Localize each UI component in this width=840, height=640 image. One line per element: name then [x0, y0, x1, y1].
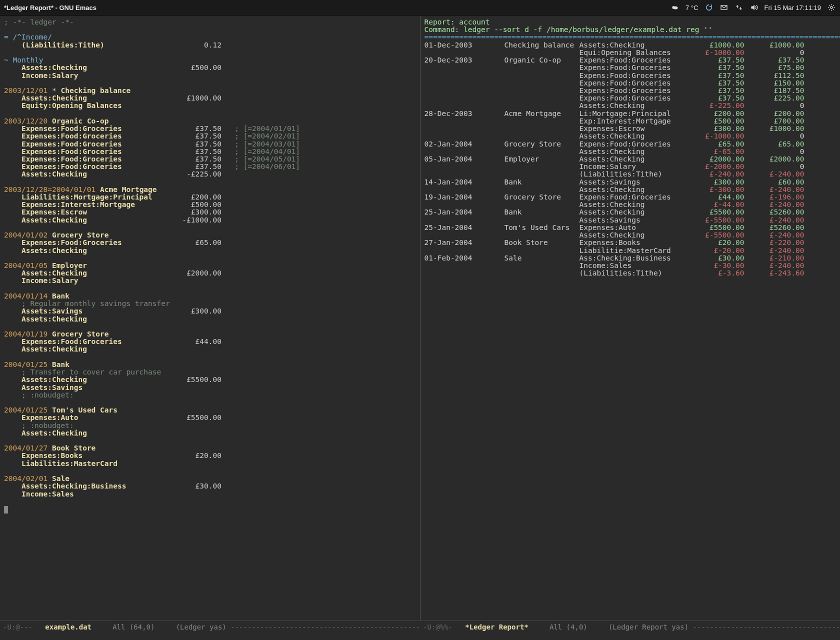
source-line[interactable]: Expenses:Food:Groceries£37.50 ; [=2004/0… — [4, 125, 417, 132]
source-line[interactable]: Assets:Checking — [4, 316, 417, 323]
source-line[interactable]: Assets:Savings — [4, 384, 417, 392]
report-row[interactable]: 25-Jan-2004BankAssets:Checking£5500.00£5… — [424, 208, 838, 216]
report-row[interactable]: 25-Jan-2004Tom's Used CarsExpenses:Auto£… — [424, 224, 838, 232]
source-line[interactable]: Expenses:Food:Groceries£37.50 ; [=2004/0… — [4, 156, 417, 163]
refresh-icon[interactable] — [704, 3, 714, 12]
source-line[interactable]: 2004/01/02 Grocery Store — [4, 232, 417, 239]
source-line[interactable]: Liabilities:MasterCard — [4, 460, 417, 468]
report-row[interactable]: (Liabilities:Tithe)£-240.00£-240.00 — [424, 170, 838, 178]
source-line[interactable]: 2004/02/01 Sale — [4, 475, 417, 482]
report-row[interactable]: Assets:Checking£-65.000 — [424, 148, 838, 156]
source-line[interactable]: Assets:Checking — [4, 247, 417, 254]
report-row[interactable]: Expens:Food:Groceries£37.50£225.00 — [424, 94, 838, 102]
source-line[interactable]: ; :nobudget: — [4, 422, 417, 430]
report-row[interactable]: 02-Jan-2004Grocery StoreExpens:Food:Groc… — [424, 140, 838, 148]
report-command[interactable]: Command: ledger --sort d -f /home/borbus… — [424, 26, 838, 34]
volume-icon[interactable] — [750, 3, 758, 12]
report-row[interactable]: 27-Jan-2004Book StoreExpenses:Books£20.0… — [424, 239, 838, 246]
right-buffer-ledger-report[interactable]: Report: accountCommand: ledger --sort d … — [420, 16, 840, 620]
report-row[interactable]: Expens:Food:Groceries£37.50£112.50 — [424, 72, 838, 80]
report-row[interactable]: Expens:Food:Groceries£37.50£187.50 — [424, 87, 838, 94]
source-line[interactable]: ; Regular monthly savings transfer — [4, 300, 417, 308]
source-line[interactable]: 2003/12/01 * Checking balance — [4, 87, 417, 94]
source-line[interactable]: Expenses:Auto£5500.00 — [4, 414, 417, 422]
report-row[interactable]: Liabilitie:MasterCard£-20.00£-240.00 — [424, 247, 838, 254]
source-line[interactable]: Expenses:Food:Groceries£37.50 ; [=2004/0… — [4, 140, 417, 148]
source-line[interactable]: Assets:Checking£2000.00 — [4, 270, 417, 277]
source-line[interactable] — [4, 178, 417, 186]
settings-icon[interactable] — [827, 3, 836, 12]
report-row[interactable]: Assets:Checking£-44.00£-240.00 — [424, 201, 838, 208]
source-line[interactable]: (Liabilities:Tithe)0.12 — [4, 42, 417, 49]
source-line[interactable]: Liabilities:Mortgage:Principal£200.00 — [4, 194, 417, 201]
source-line[interactable]: 2004/01/05 Employer — [4, 262, 417, 270]
report-row[interactable]: Assets:Savings£-5500.00£-240.00 — [424, 216, 838, 224]
source-line[interactable]: Expenses:Food:Groceries£44.00 — [4, 338, 417, 346]
source-line[interactable] — [4, 468, 417, 475]
source-line[interactable]: Assets:Checking£500.00 — [4, 64, 417, 72]
source-line[interactable]: Assets:Savings£300.00 — [4, 308, 417, 315]
report-row[interactable]: Income:Salary£-2000.000 — [424, 163, 838, 170]
source-line[interactable] — [4, 26, 417, 34]
report-row[interactable]: Assets:Checking£-225.000 — [424, 102, 838, 110]
source-line[interactable]: 2004/01/14 Bank — [4, 292, 417, 300]
source-line[interactable]: Expenses:Food:Groceries£37.50 ; [=2004/0… — [4, 163, 417, 170]
source-line[interactable]: ~ Monthly — [4, 56, 417, 64]
source-line[interactable]: 2004/01/27 Book Store — [4, 444, 417, 452]
source-line[interactable]: Assets:Checking — [4, 430, 417, 437]
mail-icon[interactable] — [720, 3, 728, 12]
report-row[interactable]: Assets:Checking£-300.00£-240.00 — [424, 186, 838, 194]
source-line[interactable]: Expenses:Escrow£300.00 — [4, 208, 417, 216]
source-line[interactable] — [4, 110, 417, 118]
source-line[interactable] — [4, 80, 417, 87]
source-line[interactable]: Expenses:Food:Groceries£37.50 ; [=2004/0… — [4, 148, 417, 156]
source-line[interactable] — [4, 506, 417, 514]
source-line[interactable]: 2004/01/25 Tom's Used Cars — [4, 406, 417, 414]
source-line[interactable]: ; :nobudget: — [4, 392, 417, 399]
source-line[interactable]: Expenses:Books£20.00 — [4, 452, 417, 460]
source-line[interactable]: Equity:Opening Balances — [4, 102, 417, 110]
report-header[interactable]: Report: account — [424, 18, 838, 26]
source-line[interactable] — [4, 323, 417, 330]
report-row[interactable]: 28-Dec-2003Acme MortgageLi:Mortgage:Prin… — [424, 110, 838, 118]
report-row[interactable]: 19-Jan-2004Grocery StoreExpens:Food:Groc… — [424, 194, 838, 201]
source-line[interactable]: Expenses:Food:Groceries£37.50 ; [=2004/0… — [4, 132, 417, 140]
source-line[interactable] — [4, 254, 417, 262]
source-line[interactable]: ; -*- ledger -*- — [4, 18, 417, 26]
source-line[interactable] — [4, 498, 417, 506]
source-line[interactable]: Assets:Checking£1000.00 — [4, 94, 417, 102]
report-row[interactable]: Equi:Opening Balances£-1000.000 — [424, 49, 838, 56]
report-row[interactable]: 14-Jan-2004BankAssets:Savings£300.00£60.… — [424, 178, 838, 186]
source-line[interactable] — [4, 399, 417, 406]
report-row[interactable]: Expens:Food:Groceries£37.50£75.00 — [424, 64, 838, 72]
source-line[interactable]: Income:Salary — [4, 277, 417, 284]
report-row[interactable]: Assets:Checking£-1000.000 — [424, 132, 838, 140]
report-row[interactable]: 05-Jan-2004EmployerAssets:Checking£2000.… — [424, 156, 838, 163]
source-line[interactable] — [4, 224, 417, 232]
source-line[interactable] — [4, 437, 417, 444]
source-line[interactable]: 2003/12/28=2004/01/01 Acme Mortgage — [4, 186, 417, 194]
source-line[interactable]: Expenses:Food:Groceries£65.00 — [4, 239, 417, 246]
minibuffer[interactable] — [0, 633, 840, 640]
report-row[interactable]: 20-Dec-2003Organic Co-opExpens:Food:Groc… — [424, 56, 838, 64]
source-line[interactable]: = /^Income/ — [4, 34, 417, 41]
source-line[interactable]: ; Transfer to cover car purchase — [4, 368, 417, 376]
report-row[interactable]: Income:Sales£-30.00£-240.00 — [424, 262, 838, 270]
source-line[interactable]: Assets:Checking-£1000.00 — [4, 216, 417, 224]
source-line[interactable]: 2003/12/20 Organic Co-op — [4, 118, 417, 125]
report-row[interactable]: 01-Dec-2003Checking balanceAssets:Checki… — [424, 42, 838, 49]
report-row[interactable]: (Liabilities:Tithe)£-3.60£-243.60 — [424, 270, 838, 277]
source-line[interactable]: Income:Salary — [4, 72, 417, 80]
source-line[interactable]: Assets:Checking — [4, 346, 417, 353]
source-line[interactable]: 2004/01/25 Bank — [4, 361, 417, 368]
source-line[interactable]: Income:Sales — [4, 490, 417, 498]
source-line[interactable] — [4, 354, 417, 361]
source-line[interactable]: Assets:Checking£5500.00 — [4, 376, 417, 384]
source-line[interactable]: Assets:Checking:Business£30.00 — [4, 482, 417, 490]
source-line[interactable]: Expenses:Interest:Mortgage£500.00 — [4, 201, 417, 208]
report-row[interactable]: Exp:Interest:Mortgage£500.00£700.00 — [424, 118, 838, 125]
source-line[interactable]: 2004/01/19 Grocery Store — [4, 330, 417, 338]
network-icon[interactable] — [734, 3, 744, 12]
left-buffer-example-dat[interactable]: ; -*- ledger -*- = /^Income/ (Liabilitie… — [0, 16, 420, 620]
source-line[interactable] — [4, 49, 417, 56]
